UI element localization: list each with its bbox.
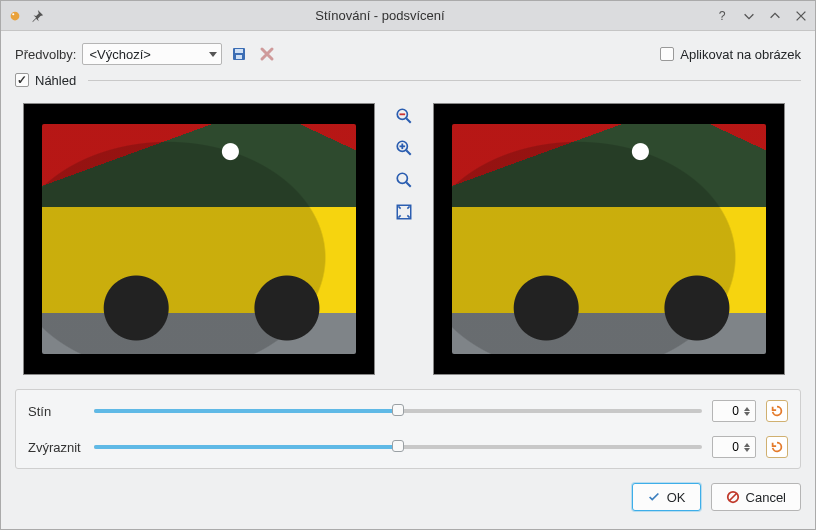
reset-shadow-button[interactable] [766,400,788,422]
preview-checkbox[interactable]: Náhled [15,73,76,88]
cancel-button-label: Cancel [746,490,786,505]
minimize-icon[interactable] [741,8,757,24]
svg-text:?: ? [719,9,726,23]
reset-highlight-button[interactable] [766,436,788,458]
svg-rect-4 [235,49,243,53]
svg-line-7 [406,118,411,123]
slider-shadow-label: Stín [28,404,84,419]
chevron-down-icon [209,52,217,57]
apply-on-image-checkbox[interactable]: Aplikovat na obrázek [660,47,801,62]
spin-highlight-input[interactable] [713,440,741,454]
svg-line-10 [406,150,411,155]
apply-on-image-label: Aplikovat na obrázek [680,47,801,62]
help-icon[interactable]: ? [715,8,731,24]
preview-image [452,124,766,354]
preview-original[interactable] [23,103,375,375]
svg-point-1 [12,13,14,15]
zoom-in-icon[interactable] [395,139,413,157]
slider-shadow-row: Stín [28,400,788,422]
preview-area [15,95,801,379]
preview-result[interactable] [433,103,785,375]
slider-highlight-row: Zvýraznit [28,436,788,458]
svg-point-13 [397,173,407,183]
ok-button[interactable]: OK [632,483,701,511]
slider-highlight-label: Zvýraznit [28,440,84,455]
presets-label: Předvolby: [15,47,76,62]
svg-point-0 [11,11,20,20]
spin-down-icon[interactable] [744,448,750,452]
svg-line-17 [729,494,736,501]
spin-down-icon[interactable] [744,412,750,416]
svg-line-14 [406,182,411,187]
separator [88,80,801,81]
spin-shadow-input[interactable] [713,404,741,418]
zoom-out-icon[interactable] [395,107,413,125]
checkbox-icon [15,73,29,87]
dialog-window: Stínování - podsvícení ? Předvolby: <Výc… [0,0,816,530]
presets-combo[interactable]: <Výchozí> [82,43,222,65]
save-preset-icon[interactable] [228,43,250,65]
svg-rect-5 [236,55,242,59]
slider-shadow[interactable] [94,403,702,419]
preview-label: Náhled [35,73,76,88]
spin-up-icon[interactable] [744,443,750,447]
preview-row: Náhled [15,71,801,89]
dialog-footer: OK Cancel [15,475,801,511]
pin-icon[interactable] [29,8,45,24]
maximize-icon[interactable] [767,8,783,24]
ok-button-label: OK [667,490,686,505]
zoom-reset-icon[interactable] [395,171,413,189]
slider-highlight[interactable] [94,439,702,455]
close-icon[interactable] [793,8,809,24]
checkbox-icon [660,47,674,61]
preview-tools [393,103,415,375]
app-icon [7,8,23,24]
spin-highlight[interactable] [712,436,756,458]
titlebar: Stínování - podsvícení ? [1,1,815,31]
preview-image [42,124,356,354]
sliders-panel: Stín Zvýraznit [15,389,801,469]
cancel-button[interactable]: Cancel [711,483,801,511]
window-title: Stínování - podsvícení [51,8,709,23]
presets-selected: <Výchozí> [89,47,150,62]
delete-preset-icon[interactable] [256,43,278,65]
spin-up-icon[interactable] [744,407,750,411]
presets-row: Předvolby: <Výchozí> Aplikovat na obráze… [15,41,801,67]
fit-screen-icon[interactable] [395,203,413,221]
spin-shadow[interactable] [712,400,756,422]
